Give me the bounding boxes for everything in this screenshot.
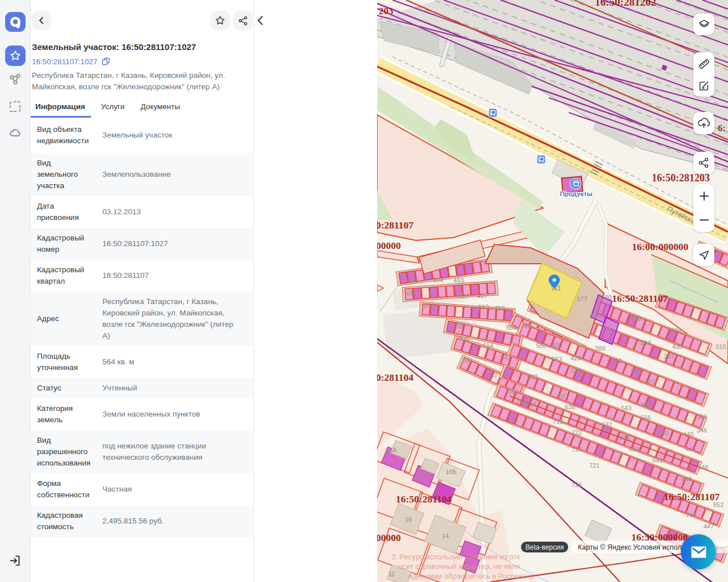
svg-text:714: 714	[526, 401, 536, 408]
svg-text:493: 493	[453, 277, 464, 284]
svg-text:Beta-версия: Beta-версия	[526, 543, 564, 551]
svg-text:16: 16	[405, 516, 412, 523]
svg-text:647: 647	[500, 354, 511, 361]
svg-text:178: 178	[590, 313, 601, 319]
svg-text:548: 548	[698, 464, 708, 471]
svg-text:682: 682	[527, 373, 537, 380]
svg-text:553: 553	[552, 356, 562, 363]
svg-text:0:281107: 0:281107	[377, 219, 413, 231]
svg-text:635: 635	[619, 434, 630, 441]
svg-text:16:50:281107: 16:50:281107	[664, 491, 719, 502]
svg-text:00000: 00000	[377, 240, 401, 251]
svg-text:316: 316	[697, 413, 707, 420]
svg-text:632: 632	[602, 421, 612, 428]
svg-text:793: 793	[461, 357, 471, 364]
svg-text:638: 638	[629, 446, 639, 452]
svg-text:447: 447	[704, 523, 714, 530]
svg-text:444: 444	[685, 446, 696, 452]
svg-text:510: 510	[478, 304, 489, 310]
svg-text:420: 420	[552, 342, 562, 348]
svg-text:652: 652	[713, 501, 723, 508]
svg-text:16:50:281107: 16:50:281107	[612, 293, 668, 304]
svg-text:16А: 16А	[417, 472, 428, 479]
svg-text:641: 641	[652, 457, 663, 464]
svg-text:540: 540	[658, 430, 668, 436]
svg-text:289: 289	[595, 345, 605, 352]
svg-text:0:281104: 0:281104	[377, 372, 413, 383]
svg-text:594: 594	[433, 277, 443, 284]
svg-text:543: 543	[621, 405, 631, 411]
svg-text:310: 310	[715, 343, 726, 350]
svg-text:600: 600	[407, 277, 417, 284]
svg-text:410: 410	[494, 305, 504, 311]
svg-text:423: 423	[570, 355, 581, 361]
svg-text:423: 423	[640, 401, 651, 408]
svg-text:203: 203	[379, 6, 394, 16]
svg-text:691: 691	[406, 290, 416, 297]
svg-text:199: 199	[631, 315, 641, 322]
svg-text:109: 109	[671, 327, 681, 334]
svg-text:едениями обращайтесь в Росреес: едениями обращайтесь в Росреестр	[408, 572, 534, 580]
svg-text:744: 744	[686, 512, 696, 518]
svg-text:16:50:281104: 16:50:281104	[396, 493, 452, 505]
svg-text:726: 726	[572, 481, 582, 488]
svg-text:694: 694	[424, 302, 434, 309]
svg-text:555: 555	[506, 324, 516, 331]
svg-text:00000: 00000	[377, 532, 401, 543]
svg-text:16:50:281202: 16:50:281202	[595, 0, 656, 8]
svg-text:11: 11	[388, 571, 395, 577]
svg-text:556: 556	[640, 414, 651, 421]
svg-text:177: 177	[577, 296, 587, 302]
svg-text:550: 550	[536, 342, 547, 349]
svg-text:346: 346	[697, 427, 707, 434]
svg-text:Карты © Яндекс: Карты © Яндекс	[578, 543, 631, 551]
svg-text:Продукты: Продукты	[560, 190, 592, 197]
svg-text:430: 430	[672, 343, 682, 350]
svg-text:297: 297	[664, 353, 674, 360]
svg-text:264: 264	[640, 339, 651, 346]
svg-text:646: 646	[681, 476, 692, 483]
svg-text:18А: 18А	[386, 447, 397, 454]
svg-text:722: 722	[572, 429, 582, 436]
svg-text:440: 440	[683, 431, 693, 438]
svg-text:719: 719	[553, 418, 563, 425]
svg-text:16:00:000000: 16:00:000000	[632, 241, 688, 252]
svg-text:392: 392	[611, 357, 622, 364]
svg-text:415: 415	[524, 323, 534, 330]
svg-text:721: 721	[589, 462, 599, 469]
svg-text:180: 180	[601, 294, 611, 301]
svg-text:осит справочный характер, не я: осит справочный характер, не явля	[398, 562, 520, 571]
svg-text:16Б: 16Б	[445, 468, 456, 475]
svg-text:700: 700	[458, 335, 469, 342]
svg-text:397: 397	[644, 378, 655, 385]
svg-text:14: 14	[442, 533, 449, 539]
svg-text:699: 699	[453, 323, 463, 330]
svg-text:627: 627	[559, 393, 569, 400]
svg-text:744: 744	[516, 398, 527, 405]
svg-text:614: 614	[483, 342, 493, 349]
svg-text:727: 727	[572, 446, 582, 453]
svg-text:526: 526	[570, 367, 581, 374]
svg-text:16:50:281203: 16:50:281203	[652, 172, 710, 184]
svg-text:797: 797	[487, 372, 497, 379]
svg-text:305: 305	[631, 368, 641, 375]
svg-text:638: 638	[565, 404, 575, 410]
svg-text:6:: 6:	[718, 123, 726, 134]
svg-text:507: 507	[458, 293, 469, 300]
svg-text:2. Ресурс использует сведения: 2. Ресурс использует сведения из отк	[391, 552, 520, 561]
svg-text:741: 741	[508, 389, 518, 396]
svg-text:497: 497	[477, 293, 487, 300]
